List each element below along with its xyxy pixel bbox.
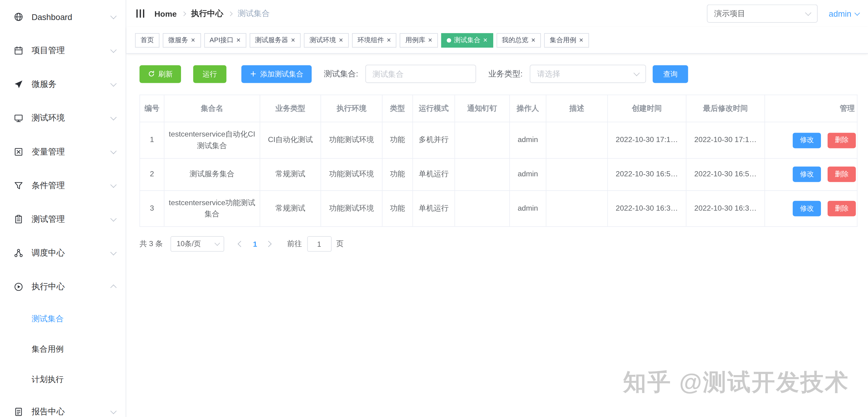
close-icon[interactable]: × xyxy=(483,36,488,44)
tag-case-library[interactable]: 用例库 × xyxy=(400,33,438,47)
breadcrumb-home[interactable]: Home xyxy=(155,9,177,18)
sidebar-item-report-center[interactable]: 报告中心 xyxy=(0,395,126,417)
hamburger-icon[interactable] xyxy=(135,8,146,19)
biz-type-filter-label: 业务类型: xyxy=(488,69,523,79)
project-select-value: 演示项目 xyxy=(714,8,745,19)
cell-notify xyxy=(455,190,509,226)
query-button[interactable]: 查询 xyxy=(653,65,688,83)
edit-button[interactable]: 修改 xyxy=(793,201,821,216)
sidebar-item-variable-mgmt[interactable]: 变量管理 xyxy=(0,135,126,169)
filter-funnel-icon xyxy=(14,181,23,190)
prev-page-button[interactable] xyxy=(239,242,243,247)
col-header-type: 类型 xyxy=(382,95,413,122)
chevron-right-icon xyxy=(229,12,232,15)
delete-button[interactable]: 删除 xyxy=(828,133,856,148)
close-icon[interactable]: × xyxy=(531,36,535,44)
user-dropdown[interactable]: admin xyxy=(829,9,859,18)
close-icon[interactable]: × xyxy=(387,36,391,44)
table-row: 2 测试服务集合 常规测试 功能测试环境 功能 单机运行 admin 2022-… xyxy=(140,158,857,191)
sidebar-subitem-label: 测试集合 xyxy=(32,314,116,324)
cell-created: 2022-10-30 16:5… xyxy=(608,158,686,191)
share-nodes-icon xyxy=(14,248,23,258)
dashboard-icon xyxy=(14,12,23,22)
page-number-current[interactable]: 1 xyxy=(253,240,257,248)
tag-label: 测试集合 xyxy=(454,35,480,45)
sidebar-item-execution-center[interactable]: 执行中心 xyxy=(0,270,126,303)
play-circle-icon xyxy=(14,282,23,292)
chevron-down-icon xyxy=(111,49,116,52)
col-header-desc: 描述 xyxy=(546,95,608,122)
close-icon[interactable]: × xyxy=(339,36,343,44)
biz-type-select[interactable]: 请选择 xyxy=(530,65,646,83)
chevron-down-icon xyxy=(111,252,116,254)
tag-label: 集合用例 xyxy=(550,35,576,45)
col-header-modified: 最后修改时间 xyxy=(686,95,765,122)
cell-modified: 2022-10-30 17:1… xyxy=(686,122,765,158)
close-icon[interactable]: × xyxy=(428,36,432,44)
col-header-env: 执行环境 xyxy=(321,95,382,122)
sidebar-item-microservice[interactable]: 微服务 xyxy=(0,67,126,101)
project-select[interactable]: 演示项目 xyxy=(707,5,818,23)
add-collection-button[interactable]: 添加测试集合 xyxy=(242,65,312,83)
tag-test-server[interactable]: 测试服务器 × xyxy=(249,33,301,47)
chevron-down-icon xyxy=(111,218,116,221)
tag-microservice[interactable]: 微服务 × xyxy=(163,33,201,47)
goto-page-input[interactable] xyxy=(307,236,331,252)
delete-button[interactable]: 删除 xyxy=(828,167,856,182)
sidebar-item-label: 报告中心 xyxy=(32,407,107,417)
chevron-down-icon xyxy=(111,184,116,187)
pagination: 共 3 条 10条/页 1 前往 页 xyxy=(140,236,856,252)
sidebar-subitem-label: 集合用例 xyxy=(32,344,116,355)
breadcrumb: Home 执行中心 测试集合 xyxy=(155,8,270,19)
close-icon[interactable]: × xyxy=(236,36,241,44)
close-icon[interactable]: × xyxy=(291,36,295,44)
tag-home[interactable]: 首页 xyxy=(135,33,159,47)
close-icon[interactable]: × xyxy=(579,36,583,44)
cell-mode: 单机运行 xyxy=(413,158,455,191)
col-header-notify: 通知钉钉 xyxy=(455,95,509,122)
chevron-down-icon xyxy=(111,15,116,18)
collection-filter-input[interactable] xyxy=(365,65,476,83)
biz-type-select-placeholder: 请选择 xyxy=(537,69,560,79)
sidebar-item-dispatch-center[interactable]: 调度中心 xyxy=(0,236,126,270)
table-row: 3 testcenterservice功能测试集合 常规测试 功能测试环境 功能… xyxy=(140,190,857,226)
cell-no: 2 xyxy=(140,158,164,191)
sidebar-item-dashboard[interactable]: Dashboard xyxy=(0,0,126,34)
chevron-down-icon xyxy=(111,83,116,86)
page-size-select[interactable]: 10条/页 xyxy=(170,236,224,252)
sidebar-subitem-collection-case[interactable]: 集合用例 xyxy=(0,334,126,364)
toolbar: 刷新 运行 添加测试集合 测试集合: 业务类型: 请选择 查询 xyxy=(140,65,856,83)
tag-env-component[interactable]: 环境组件 × xyxy=(352,33,397,47)
edit-button[interactable]: 修改 xyxy=(793,133,821,148)
cell-operator: admin xyxy=(509,158,546,191)
sidebar-item-test-mgmt[interactable]: 测试管理 xyxy=(0,202,126,236)
tag-collection-case[interactable]: 集合用例 × xyxy=(544,33,589,47)
paper-plane-icon xyxy=(14,79,23,89)
col-header-mode: 运行模式 xyxy=(413,95,455,122)
sidebar-item-test-env[interactable]: 测试环境 xyxy=(0,101,126,135)
breadcrumb-section[interactable]: 执行中心 xyxy=(191,8,223,19)
tag-api[interactable]: API接口 × xyxy=(204,33,246,47)
sidebar-subitem-test-collection[interactable]: 测试集合 xyxy=(0,304,126,334)
cell-name: 测试服务集合 xyxy=(164,158,260,191)
edit-button[interactable]: 修改 xyxy=(793,167,821,182)
tag-test-env[interactable]: 测试环境 × xyxy=(304,33,349,47)
tag-label: 用例库 xyxy=(405,35,426,45)
breadcrumb-current: 测试集合 xyxy=(238,8,270,19)
tag-my-overview[interactable]: 我的总览 × xyxy=(496,33,541,47)
refresh-button[interactable]: 刷新 xyxy=(140,65,181,83)
monitor-icon xyxy=(14,114,23,123)
cell-modified: 2022-10-30 16:3… xyxy=(686,190,765,226)
sidebar-item-project-mgmt[interactable]: 项目管理 xyxy=(0,34,126,67)
next-page-button[interactable] xyxy=(266,242,271,247)
close-icon[interactable]: × xyxy=(191,36,195,44)
sidebar-subitem-plan-execution[interactable]: 计划执行 xyxy=(0,364,126,395)
cell-operator: admin xyxy=(509,190,546,226)
main-area: Home 执行中心 测试集合 演示项目 admin 首页 xyxy=(126,0,868,417)
delete-button[interactable]: 删除 xyxy=(828,201,856,216)
run-button[interactable]: 运行 xyxy=(193,65,226,83)
sidebar-item-condition-mgmt[interactable]: 条件管理 xyxy=(0,169,126,202)
tag-test-collection[interactable]: 测试集合 × xyxy=(441,33,493,47)
refresh-icon xyxy=(148,70,155,77)
app-root: Dashboard 项目管理 微服务 测试环境 xyxy=(0,0,868,417)
